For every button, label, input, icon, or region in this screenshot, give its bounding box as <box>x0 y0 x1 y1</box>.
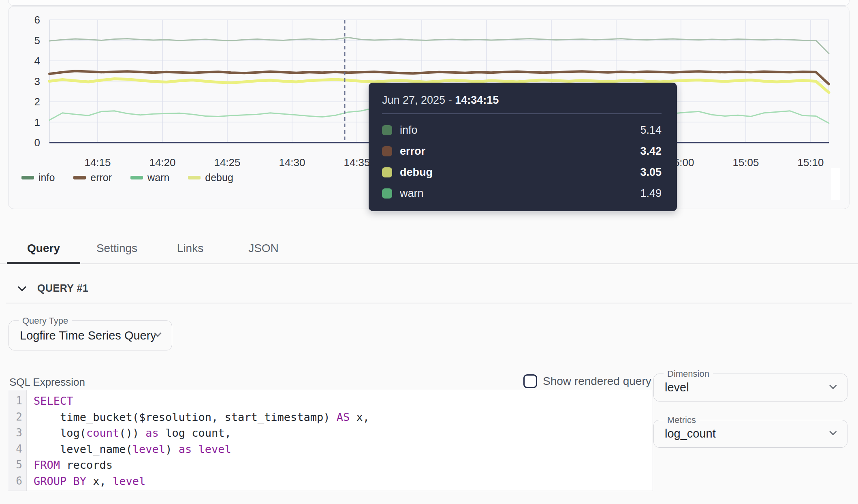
legend-swatch <box>21 176 34 179</box>
y-axis-tick-label: 6 <box>34 14 40 26</box>
y-axis-tick-label: 1 <box>34 116 40 128</box>
series-label: info <box>400 124 418 137</box>
section-divider <box>6 303 852 303</box>
y-axis-tick-label: 0 <box>34 137 40 149</box>
metrics-select[interactable]: Metrics log_count <box>653 420 847 448</box>
code-line: FROM records <box>34 457 653 473</box>
tab-query[interactable]: Query <box>7 233 80 263</box>
series-swatch <box>382 188 392 199</box>
legend-swatch <box>130 176 143 179</box>
chevron-down-icon <box>18 282 26 291</box>
legend-label: info <box>38 172 55 184</box>
x-axis-tick-label: 14:25 <box>214 156 240 169</box>
chevron-down-icon <box>829 382 837 389</box>
tooltip-rows: info5.14error3.42debug3.05warn1.49 <box>382 120 662 204</box>
line-number: 1 <box>8 393 26 409</box>
dashboard-page: 012345614:1514:2014:2514:3014:3514:4014:… <box>0 0 858 504</box>
legend-item-warn[interactable]: warn <box>130 172 169 184</box>
y-axis-tick-label: 4 <box>34 55 40 67</box>
show-rendered-query-option: Show rendered query <box>523 374 651 388</box>
legend-label: warn <box>147 172 169 184</box>
y-axis-tick-label: 5 <box>34 34 40 47</box>
scrollbar-thumb[interactable] <box>831 168 840 200</box>
dimension-select[interactable]: Dimension level <box>653 374 847 401</box>
tooltip-row-info: info5.14 <box>382 120 662 141</box>
line-number: 2 <box>8 409 26 425</box>
chart-tooltip: Jun 27, 2025 - 14:34:15 info5.14error3.4… <box>369 83 677 211</box>
show-rendered-query-label: Show rendered query <box>543 375 651 388</box>
series-value: 3.05 <box>640 166 662 179</box>
dimension-value: level <box>665 374 689 401</box>
series-line-info <box>49 37 829 53</box>
code-line: log(count()) as log_count, <box>34 425 653 441</box>
query-type-select[interactable]: Query Type Logfire Time Series Query <box>9 320 172 350</box>
tooltip-row-warn: warn1.49 <box>382 183 662 204</box>
legend-item-debug[interactable]: debug <box>188 172 233 184</box>
sql-expression-label: SQL Expression <box>9 376 85 389</box>
series-value: 3.42 <box>640 145 662 158</box>
line-number: 3 <box>8 425 26 441</box>
legend-label: debug <box>205 172 233 184</box>
upper-panel-edge <box>8 0 849 6</box>
line-number: 6 <box>8 473 26 489</box>
series-swatch <box>382 125 392 135</box>
code-line: time_bucket($resolution, start_timestamp… <box>34 409 653 425</box>
tooltip-divider <box>382 113 662 114</box>
tab-settings[interactable]: Settings <box>80 233 154 263</box>
tooltip-row-debug: debug3.05 <box>382 162 662 183</box>
series-value: 1.49 <box>640 187 662 200</box>
code-pane[interactable]: SELECT time_bucket($resolution, start_ti… <box>27 390 653 491</box>
chart-legend: infoerrorwarndebug <box>21 171 233 184</box>
series-label: error <box>400 145 425 158</box>
y-axis-tick-label: 2 <box>34 96 40 108</box>
tooltip-row-error: error3.42 <box>382 141 662 162</box>
line-number-gutter: 123456 <box>8 390 27 491</box>
query-section-title: QUERY #1 <box>37 282 88 294</box>
tab-bar: Query Settings Links JSON <box>0 233 858 264</box>
legend-label: error <box>90 172 112 184</box>
show-rendered-query-checkbox[interactable] <box>523 374 537 388</box>
x-axis-tick-label: 14:35 <box>344 156 370 169</box>
sql-code-editor[interactable]: 123456 SELECT time_bucket($resolution, s… <box>8 390 653 491</box>
x-axis-tick-label: 14:30 <box>279 156 305 169</box>
line-number: 4 <box>8 441 26 457</box>
code-line: level_name(level) as level <box>34 441 653 457</box>
series-swatch <box>382 167 392 177</box>
line-number: 5 <box>8 457 26 473</box>
code-line: GROUP BY x, level <box>34 473 653 489</box>
tab-json[interactable]: JSON <box>227 233 300 263</box>
series-value: 5.14 <box>640 124 662 137</box>
legend-item-error[interactable]: error <box>73 172 112 184</box>
code-line: SELECT <box>34 393 653 409</box>
x-axis-tick-label: 14:15 <box>84 156 111 169</box>
query-section-header[interactable]: QUERY #1 <box>19 282 88 294</box>
tab-links[interactable]: Links <box>154 233 227 263</box>
x-axis-tick-label: 15:05 <box>732 156 759 169</box>
series-swatch <box>382 146 392 156</box>
y-axis-tick-label: 3 <box>34 75 40 88</box>
query-type-value: Logfire Time Series Query <box>20 321 156 350</box>
tooltip-timestamp: Jun 27, 2025 - 14:34:15 <box>382 94 662 107</box>
series-label: warn <box>400 187 424 200</box>
series-label: debug <box>400 166 433 179</box>
legend-swatch <box>188 176 201 179</box>
x-axis-tick-label: 14:20 <box>149 156 175 169</box>
x-axis-tick-label: 15:10 <box>797 156 824 169</box>
chevron-down-icon <box>829 428 837 435</box>
legend-item-info[interactable]: info <box>21 172 55 184</box>
legend-swatch <box>73 176 86 179</box>
metrics-value: log_count <box>665 420 716 447</box>
